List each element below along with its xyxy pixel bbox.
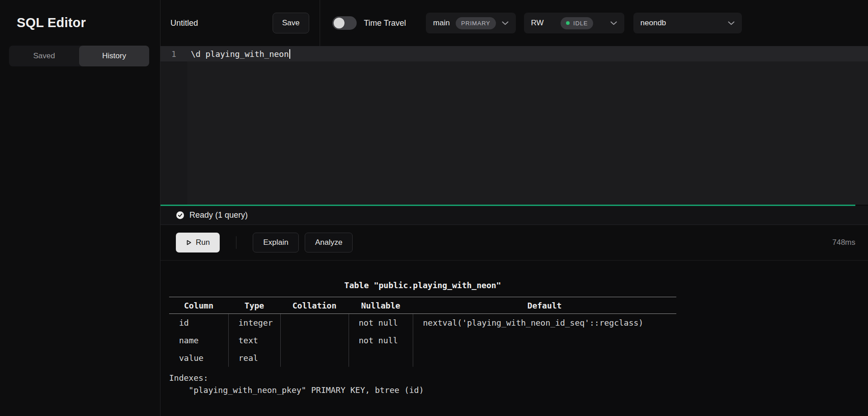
save-button[interactable]: Save [273,13,309,33]
editor-line-1: 1 \d playing_with_neon [160,46,868,61]
query-duration: 748ms [832,238,855,247]
line-number: 1 [160,49,187,59]
chevron-down-icon [728,21,735,25]
column-header: Nullable [349,297,413,314]
results-panel: Table "public.playing_with_neon" Column … [160,261,868,416]
table-cell: name [169,332,228,349]
topbar-divider [320,0,320,46]
actions-divider [236,236,236,249]
status-dot-icon [566,21,570,25]
sql-code-editor[interactable]: 1 \d playing_with_neon [160,46,868,205]
table-cell: text [228,332,280,349]
branch-name: main [433,19,450,28]
text-cursor [289,49,290,59]
branch-selector[interactable]: main PRIMARY [426,13,515,33]
compute-selector[interactable]: RW IDLE [524,13,624,33]
column-header: Column [169,297,228,314]
table-cell [280,349,349,367]
toggle-knob [334,18,344,28]
play-icon [186,239,192,246]
idle-status-badge: IDLE [561,17,593,29]
editor-gutter [160,46,187,205]
time-travel-toggle[interactable] [332,16,357,30]
main-panel: Untitled Save Time Travel main PRIMARY R… [160,0,868,416]
table-cell [413,349,676,367]
database-selector[interactable]: neondb [633,13,742,33]
index-definition: "playing_with_neon_pkey" PRIMARY KEY, bt… [169,385,868,395]
results-table: Column Type Collation Nullable Default i… [169,297,676,367]
table-cell: id [169,314,228,332]
column-header: Default [413,297,676,314]
table-cell: not null [349,332,413,349]
explain-button[interactable]: Explain [253,233,299,252]
table-cell: integer [228,314,280,332]
table-cell [280,314,349,332]
table-cell: real [228,349,280,367]
indexes-label: Indexes: [169,373,868,383]
analyze-button[interactable]: Analyze [305,233,353,252]
tab-history[interactable]: History [79,46,149,66]
sidebar-tabs: Saved History [9,46,149,66]
table-cell: value [169,349,228,367]
actions-bar: Run Explain Analyze 748ms [160,225,868,261]
table-cell [349,349,413,367]
check-circle-icon [176,211,184,219]
chevron-down-icon [502,21,509,25]
query-title[interactable]: Untitled [170,19,273,28]
page-title: SQL Editor [0,0,160,30]
results-title: Table "public.playing_with_neon" [169,280,676,290]
primary-badge: PRIMARY [456,17,496,29]
column-header: Type [228,297,280,314]
column-header: Collation [280,297,349,314]
table-row: value real [169,349,676,367]
topbar: Untitled Save Time Travel main PRIMARY R… [160,0,868,46]
table-header-row: Column Type Collation Nullable Default [169,297,676,314]
chevron-down-icon [610,21,617,25]
tab-saved[interactable]: Saved [9,46,79,66]
table-cell [413,332,676,349]
sql-editor-app: SQL Editor Saved History Untitled Save T… [0,0,868,416]
database-name: neondb [641,19,666,28]
code-text: \d playing_with_neon [191,49,290,59]
table-row: id integer not null nextval('playing_wit… [169,314,676,332]
time-travel-label: Time Travel [364,19,406,28]
table-row: name text not null [169,332,676,349]
table-cell: not null [349,314,413,332]
table-cell: nextval('playing_with_neon_id_seq'::regc… [413,314,676,332]
status-message: Ready (1 query) [189,210,248,220]
table-cell [280,332,349,349]
compute-name: RW [531,19,544,28]
status-bar: Ready (1 query) [160,206,868,225]
compute-status: IDLE [573,20,588,27]
run-button[interactable]: Run [176,233,220,252]
sidebar: SQL Editor Saved History [0,0,160,416]
